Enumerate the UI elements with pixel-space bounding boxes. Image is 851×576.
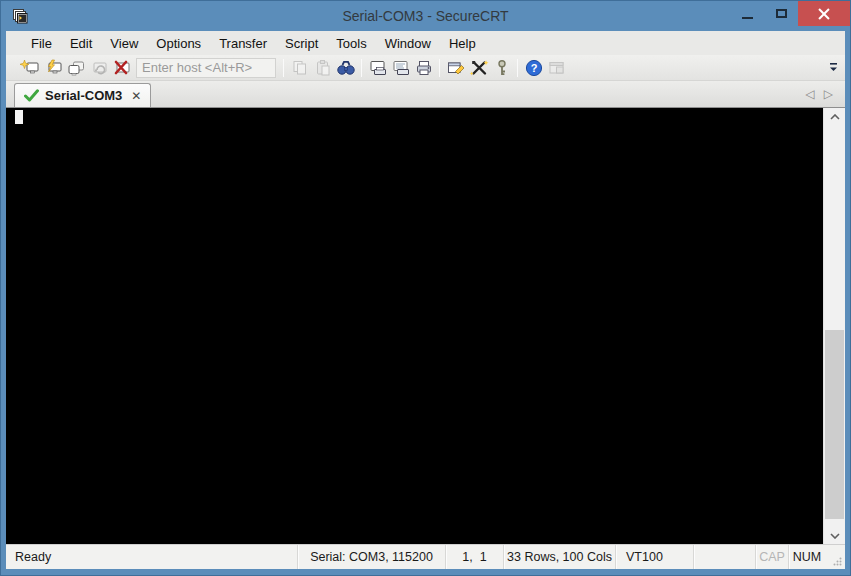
auto-print-icon xyxy=(391,59,411,77)
resize-grip[interactable] xyxy=(825,545,845,569)
close-button[interactable] xyxy=(798,1,850,26)
help-icon: ? xyxy=(524,59,544,77)
securecrt-window: Serial-COM3 - SecureCRT File Edit View O… xyxy=(0,0,851,576)
tab-close-icon[interactable]: ✕ xyxy=(131,90,141,102)
menu-edit[interactable]: Edit xyxy=(61,31,101,55)
keymap-editor-button[interactable] xyxy=(490,57,513,79)
vertical-scrollbar xyxy=(823,108,845,544)
quick-connect-icon xyxy=(20,59,40,77)
terminal-screen[interactable] xyxy=(6,108,823,544)
connect-in-tab-icon xyxy=(66,59,86,77)
chevron-up-icon xyxy=(830,114,840,120)
disconnect-icon xyxy=(112,59,132,77)
menu-window[interactable]: Window xyxy=(376,31,440,55)
terminal-area xyxy=(6,107,845,544)
svg-text:?: ? xyxy=(530,62,537,74)
chevron-down-icon xyxy=(829,62,838,73)
menu-tools[interactable]: Tools xyxy=(327,31,375,55)
menu-file[interactable]: File xyxy=(22,31,61,55)
status-empty-cell xyxy=(693,545,755,569)
quick-connect-button[interactable] xyxy=(18,57,41,79)
tab-label: Serial-COM3 xyxy=(45,88,122,103)
scroll-down-button[interactable] xyxy=(824,527,845,544)
resize-grip-icon xyxy=(833,557,842,566)
session-options-icon xyxy=(446,59,466,77)
menu-options[interactable]: Options xyxy=(147,31,210,55)
menu-bar: File Edit View Options Transfer Script T… xyxy=(6,31,845,55)
status-grid-size: 33 Rows, 100 Cols xyxy=(503,545,615,569)
paste-button xyxy=(311,57,334,79)
tab-bar: Serial-COM3 ✕ ◁ ▷ xyxy=(6,81,845,107)
status-caps-indicator: CAP xyxy=(755,545,788,569)
toolbar-separator xyxy=(283,59,284,77)
status-emulation: VT100 xyxy=(615,545,693,569)
window-content: File Edit View Options Transfer Script T… xyxy=(6,31,845,569)
scrollbar-track[interactable] xyxy=(824,125,845,527)
tab-serial-com3[interactable]: Serial-COM3 ✕ xyxy=(14,83,151,107)
tab-scroll-right-icon[interactable]: ▷ xyxy=(824,87,833,101)
chevron-down-icon xyxy=(830,533,840,539)
menu-script[interactable]: Script xyxy=(276,31,327,55)
disconnect-button[interactable] xyxy=(110,57,133,79)
securecrt-logo-icon xyxy=(12,8,29,25)
global-options-icon xyxy=(469,59,489,77)
terminal-cursor xyxy=(15,110,23,124)
print-button[interactable] xyxy=(412,57,435,79)
help-button[interactable]: ? xyxy=(522,57,545,79)
titlebar: Serial-COM3 - SecureCRT xyxy=(1,1,850,31)
status-num-indicator: NUM xyxy=(788,545,825,569)
toolbar-separator xyxy=(439,59,440,77)
toolbar-overflow-button[interactable] xyxy=(827,60,839,74)
status-bar: Ready Serial: COM3, 115200 1, 1 33 Rows,… xyxy=(6,544,845,569)
paste-icon xyxy=(313,59,333,77)
tile-windows-button xyxy=(545,57,568,79)
tab-scroll-arrows: ◁ ▷ xyxy=(806,87,833,101)
connect-icon xyxy=(43,59,63,77)
window-controls xyxy=(730,1,850,26)
scrollbar-thumb[interactable] xyxy=(825,330,844,519)
scroll-up-button[interactable] xyxy=(824,108,845,125)
session-options-button[interactable] xyxy=(444,57,467,79)
find-icon xyxy=(336,59,356,77)
auto-print-button[interactable] xyxy=(389,57,412,79)
status-ready: Ready xyxy=(6,545,297,569)
minimize-button[interactable] xyxy=(730,1,764,26)
minimize-icon xyxy=(742,17,753,19)
host-input[interactable] xyxy=(136,58,276,78)
copy-icon xyxy=(290,59,310,77)
print-screen-icon xyxy=(368,59,388,77)
maximize-icon xyxy=(776,9,787,18)
status-serial-info: Serial: COM3, 115200 xyxy=(297,545,445,569)
find-button[interactable] xyxy=(334,57,357,79)
tile-windows-icon xyxy=(547,59,567,77)
menu-help[interactable]: Help xyxy=(440,31,485,55)
global-options-button[interactable] xyxy=(467,57,490,79)
keymap-editor-icon xyxy=(492,59,512,77)
reconnect-icon xyxy=(89,59,109,77)
status-cursor-position: 1, 1 xyxy=(445,545,503,569)
connected-check-icon xyxy=(24,89,39,102)
maximize-button[interactable] xyxy=(764,1,798,26)
toolbar: ? xyxy=(6,55,845,81)
toolbar-separator xyxy=(517,59,518,77)
reconnect-button xyxy=(87,57,110,79)
copy-button xyxy=(288,57,311,79)
connect-in-tab-button[interactable] xyxy=(64,57,87,79)
close-icon xyxy=(818,8,830,20)
menu-transfer[interactable]: Transfer xyxy=(210,31,276,55)
menu-view[interactable]: View xyxy=(101,31,147,55)
toolbar-separator xyxy=(361,59,362,77)
print-screen-button[interactable] xyxy=(366,57,389,79)
print-icon xyxy=(414,59,434,77)
connect-button[interactable] xyxy=(41,57,64,79)
app-icon[interactable] xyxy=(11,7,29,25)
tab-scroll-left-icon[interactable]: ◁ xyxy=(806,87,815,101)
window-title: Serial-COM3 - SecureCRT xyxy=(1,8,850,24)
